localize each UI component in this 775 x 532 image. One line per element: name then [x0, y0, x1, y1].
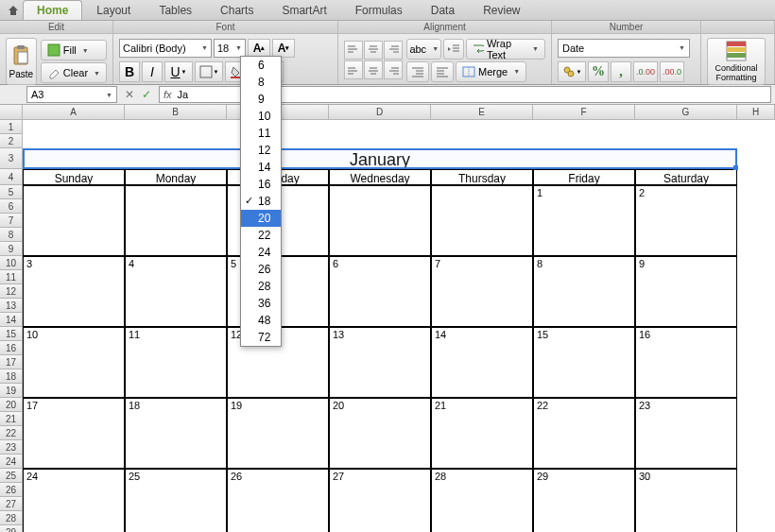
font-size-option-20[interactable]: 20: [241, 210, 281, 227]
day-header[interactable]: Monday: [125, 169, 227, 185]
calendar-day[interactable]: [431, 185, 533, 256]
calendar-day[interactable]: 11: [125, 327, 227, 398]
font-size-option-12[interactable]: 12: [241, 142, 281, 159]
orientation-button[interactable]: abc▼: [406, 39, 441, 60]
font-size-option-11[interactable]: 11: [241, 125, 281, 142]
row-header-27[interactable]: 27: [0, 497, 23, 511]
align-bottom-left[interactable]: [344, 60, 363, 79]
day-header[interactable]: Wednesday: [329, 169, 431, 185]
calendar-day[interactable]: 26: [227, 469, 329, 532]
row-header-3[interactable]: 3: [0, 148, 23, 169]
calendar-day[interactable]: 28: [431, 469, 533, 532]
row-header-28[interactable]: 28: [0, 511, 23, 525]
increase-decimal-button[interactable]: .0.00: [633, 61, 658, 82]
row-header-8[interactable]: 8: [0, 228, 23, 242]
row-header-12[interactable]: 12: [0, 284, 23, 299]
align-top-left[interactable]: [344, 41, 363, 60]
calendar-day[interactable]: 1: [533, 185, 635, 256]
align-bottom-center[interactable]: [364, 60, 383, 79]
number-format-select[interactable]: Date▼: [558, 39, 690, 58]
calendar-day[interactable]: 7: [431, 256, 533, 327]
tab-layout[interactable]: Layout: [82, 0, 145, 20]
col-header-F[interactable]: F: [533, 105, 635, 120]
calendar-day[interactable]: 21: [431, 398, 533, 469]
row-header-2[interactable]: 2: [0, 134, 23, 148]
calendar-day[interactable]: 2: [635, 185, 737, 256]
row-header-13[interactable]: 13: [0, 299, 23, 313]
row-header-7[interactable]: 7: [0, 214, 23, 228]
indent-right-button[interactable]: [431, 61, 454, 82]
worksheet[interactable]: ABCDEFGH 1234567891011121314151617181920…: [0, 105, 775, 532]
font-size-option-28[interactable]: 28: [241, 278, 281, 295]
row-header-15[interactable]: 15: [0, 327, 23, 341]
tab-tables[interactable]: Tables: [145, 0, 206, 20]
calendar-day[interactable]: 29: [533, 469, 635, 532]
cancel-icon[interactable]: ✕: [125, 88, 134, 101]
row-header-22[interactable]: 22: [0, 426, 23, 440]
calendar-day[interactable]: 16: [635, 327, 737, 398]
row-header-11[interactable]: 11: [0, 270, 23, 284]
calendar-day[interactable]: 18: [125, 398, 227, 469]
col-header-B[interactable]: B: [125, 105, 227, 120]
indent-decrease-button[interactable]: [443, 39, 464, 60]
paste-button[interactable]: Paste: [6, 38, 37, 85]
calendar-day[interactable]: 10: [23, 327, 125, 398]
shrink-font-button[interactable]: A▾: [272, 39, 295, 58]
grow-font-button[interactable]: A▴: [248, 39, 270, 58]
calendar-day[interactable]: 8: [533, 256, 635, 327]
tab-data[interactable]: Data: [417, 0, 469, 20]
font-size-dropdown[interactable]: 6891011121416182022242628364872: [240, 56, 282, 347]
underline-button[interactable]: U▼: [164, 61, 193, 82]
fill-button[interactable]: Fill▼: [41, 40, 107, 60]
day-header[interactable]: Saturday: [635, 169, 737, 185]
font-size-option-9[interactable]: 9: [241, 91, 281, 108]
row-header-4[interactable]: 4: [0, 169, 23, 185]
row-header-14[interactable]: 14: [0, 313, 23, 327]
font-size-option-22[interactable]: 22: [241, 227, 281, 244]
calendar-empty[interactable]: [23, 185, 125, 256]
percent-button[interactable]: %: [588, 61, 609, 82]
calendar-day[interactable]: 23: [635, 398, 737, 469]
col-header-D[interactable]: D: [329, 105, 431, 120]
row-header-29[interactable]: 29: [0, 525, 23, 532]
font-size-option-16[interactable]: 16: [241, 176, 281, 193]
font-size-option-24[interactable]: 24: [241, 244, 281, 261]
font-size-option-10[interactable]: 10: [241, 108, 281, 125]
calendar-day[interactable]: 30: [635, 469, 737, 532]
col-header-G[interactable]: G: [635, 105, 737, 120]
confirm-icon[interactable]: ✓: [142, 88, 151, 101]
calendar-day[interactable]: 6: [329, 256, 431, 327]
align-top-center[interactable]: [364, 41, 383, 60]
calendar-day[interactable]: 13: [329, 327, 431, 398]
font-size-option-6[interactable]: 6: [241, 57, 281, 74]
calendar-title[interactable]: January: [23, 148, 737, 169]
merge-button[interactable]: Merge▼: [456, 61, 526, 82]
bold-button[interactable]: B: [119, 61, 140, 82]
name-box[interactable]: A3▼: [26, 86, 117, 103]
calendar-day[interactable]: [125, 185, 227, 256]
row-header-17[interactable]: 17: [0, 355, 23, 369]
calendar-day[interactable]: 19: [227, 398, 329, 469]
row-header-16[interactable]: 16: [0, 341, 23, 355]
day-header[interactable]: Friday: [533, 169, 635, 185]
tab-formulas[interactable]: Formulas: [341, 0, 417, 20]
calendar-day[interactable]: 25: [125, 469, 227, 532]
row-header-24[interactable]: 24: [0, 455, 23, 469]
row-header-18[interactable]: 18: [0, 369, 23, 384]
font-size-option-72[interactable]: 72: [241, 329, 281, 346]
tab-charts[interactable]: Charts: [206, 0, 267, 20]
italic-button[interactable]: I: [142, 61, 163, 82]
calendar-day[interactable]: [329, 185, 431, 256]
row-header-23[interactable]: 23: [0, 440, 23, 455]
col-header-H[interactable]: H: [737, 105, 775, 120]
font-size-option-18[interactable]: 18: [241, 193, 281, 210]
tab-home[interactable]: Home: [23, 0, 82, 20]
calendar-day[interactable]: 9: [635, 256, 737, 327]
row-header-6[interactable]: 6: [0, 199, 23, 214]
day-header[interactable]: Thursday: [431, 169, 533, 185]
calendar-day[interactable]: 14: [431, 327, 533, 398]
row-header-25[interactable]: 25: [0, 469, 23, 483]
calendar-day[interactable]: 20: [329, 398, 431, 469]
font-size-option-26[interactable]: 26: [241, 261, 281, 278]
calendar-day[interactable]: 17: [23, 398, 125, 469]
